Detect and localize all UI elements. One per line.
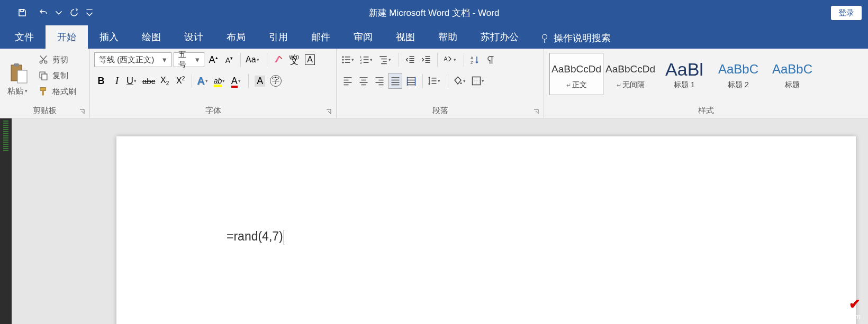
svg-text:3: 3 xyxy=(360,61,362,64)
subscript-button[interactable]: X2 xyxy=(158,73,171,89)
paste-button[interactable]: 粘贴▾ xyxy=(4,52,33,105)
font-name-combo[interactable]: 等线 (西文正文)▾ xyxy=(94,52,171,67)
phonetic-guide-button[interactable]: wén文 xyxy=(287,52,301,68)
redo-button[interactable] xyxy=(65,4,84,21)
font-group: 等线 (西文正文)▾ 五号▾ A▴ A▾ Aa▾ wén文 A B I U▾ a… xyxy=(90,49,337,118)
font-size-combo[interactable]: 五号▾ xyxy=(174,52,204,67)
svg-rect-11 xyxy=(42,91,44,96)
save-button[interactable] xyxy=(13,4,32,21)
format-painter-icon xyxy=(38,87,49,96)
font-group-label: 字体 xyxy=(90,105,336,118)
borders-button[interactable]: ▾ xyxy=(471,73,487,89)
cut-button[interactable]: 剪切 xyxy=(35,52,78,68)
clipboard-group: 粘贴▾ 剪切 复制 格式刷 剪贴板 xyxy=(0,49,90,118)
svg-text:A: A xyxy=(444,55,448,62)
tab-布局[interactable]: 布局 xyxy=(215,25,257,49)
login-button[interactable]: 登录 xyxy=(831,6,862,20)
style-标题[interactable]: AaBbC标题 xyxy=(765,53,819,95)
underline-button[interactable]: U▾ xyxy=(126,73,140,89)
window-title: 新建 Microsoft Word 文档 - Word xyxy=(369,7,500,19)
paragraph-group-label: 段落 xyxy=(337,105,544,118)
character-border-button[interactable]: A xyxy=(303,52,317,68)
undo-button[interactable] xyxy=(34,4,53,21)
tab-绘图[interactable]: 绘图 xyxy=(130,25,173,49)
font-launcher[interactable] xyxy=(326,108,333,116)
sort-button[interactable]: AZ xyxy=(468,52,482,68)
increase-indent-button[interactable] xyxy=(419,52,433,68)
text-effects-button[interactable]: A▾ xyxy=(196,73,211,89)
shrink-font-button[interactable]: A▾ xyxy=(222,52,236,68)
tab-设计[interactable]: 设计 xyxy=(173,25,215,49)
superscript-button[interactable]: X2 xyxy=(174,73,187,89)
quick-access-toolbar xyxy=(0,4,93,21)
paste-icon xyxy=(10,61,28,86)
italic-button[interactable]: I xyxy=(110,73,124,89)
svg-rect-10 xyxy=(40,88,46,91)
style-无间隔[interactable]: AaBbCcDd↵无间隔 xyxy=(603,53,657,95)
style-标题 1[interactable]: AaBl标题 1 xyxy=(657,53,711,95)
format-painter-button[interactable]: 格式刷 xyxy=(35,84,78,99)
checkmark-icon: ✔ xyxy=(849,296,861,312)
decrease-indent-button[interactable] xyxy=(403,52,417,68)
tab-审阅[interactable]: 审阅 xyxy=(342,25,384,49)
change-case-button[interactable]: Aa▾ xyxy=(245,52,263,68)
styles-group-label: 样式 xyxy=(544,105,868,118)
distributed-button[interactable] xyxy=(404,73,418,89)
document-page[interactable]: =rand(4,7) xyxy=(116,136,856,324)
tab-邮件[interactable]: 邮件 xyxy=(300,25,342,49)
text-direction-button[interactable]: A▾ xyxy=(442,52,459,68)
watermark: 经验啦✔ jingyanla.com xyxy=(812,296,861,321)
text-cursor xyxy=(284,230,284,245)
tab-苏打办公[interactable]: 苏打办公 xyxy=(469,25,530,49)
tab-引用[interactable]: 引用 xyxy=(257,25,300,49)
svg-rect-0 xyxy=(20,10,23,12)
character-shading-button[interactable]: A xyxy=(253,73,267,89)
document-area: =rand(4,7) xyxy=(0,118,868,324)
align-center-button[interactable] xyxy=(357,73,370,89)
tab-开始[interactable]: 开始 xyxy=(46,25,88,49)
tab-文件[interactable]: 文件 xyxy=(3,25,46,49)
justify-button[interactable] xyxy=(388,73,402,89)
qat-customize[interactable] xyxy=(86,4,93,21)
tell-me-label: 操作说明搜索 xyxy=(554,32,611,44)
shading-button[interactable]: ▾ xyxy=(453,73,469,89)
font-color-button[interactable]: A▾ xyxy=(230,73,244,89)
copy-icon xyxy=(38,71,49,80)
cut-icon xyxy=(38,55,49,64)
document-text[interactable]: =rand(4,7) xyxy=(227,229,284,245)
svg-text:A: A xyxy=(471,55,473,60)
svg-point-12 xyxy=(342,56,344,58)
paragraph-group: ▾ 123▾ ▾ A▾ AZ ▾ ▾ xyxy=(337,49,544,118)
align-right-button[interactable] xyxy=(373,73,386,89)
bold-button[interactable]: B xyxy=(94,73,108,89)
tab-帮助[interactable]: 帮助 xyxy=(427,25,469,49)
svg-text:Z: Z xyxy=(471,60,473,65)
bullets-button[interactable]: ▾ xyxy=(341,52,357,68)
svg-rect-5 xyxy=(17,70,27,83)
numbering-button[interactable]: 123▾ xyxy=(359,52,376,68)
tab-插入[interactable]: 插入 xyxy=(88,25,130,49)
style-正文[interactable]: AaBbCcDd↵正文 xyxy=(549,53,603,95)
undo-dropdown[interactable] xyxy=(55,4,62,21)
highlight-button[interactable]: ab▾ xyxy=(213,73,229,89)
svg-rect-9 xyxy=(42,74,47,80)
ribbon: 粘贴▾ 剪切 复制 格式刷 剪贴板 xyxy=(0,49,868,118)
tab-视图[interactable]: 视图 xyxy=(384,25,427,49)
svg-point-21 xyxy=(460,82,462,84)
grow-font-button[interactable]: A▴ xyxy=(206,52,220,68)
copy-button[interactable]: 复制 xyxy=(35,68,78,84)
enclose-characters-button[interactable]: 字 xyxy=(269,73,283,89)
line-spacing-button[interactable]: ▾ xyxy=(427,73,444,89)
multilevel-list-button[interactable]: ▾ xyxy=(378,52,394,68)
show-hide-marks-button[interactable] xyxy=(484,52,498,68)
paragraph-launcher[interactable] xyxy=(533,108,540,116)
vertical-ruler[interactable] xyxy=(0,118,12,324)
clear-formatting-button[interactable] xyxy=(272,52,285,68)
style-标题 2[interactable]: AaBbC标题 2 xyxy=(711,53,765,95)
strikethrough-button[interactable]: abc xyxy=(142,73,156,89)
clipboard-group-label: 剪贴板 xyxy=(0,105,89,118)
align-left-button[interactable] xyxy=(341,73,355,89)
clipboard-launcher[interactable] xyxy=(79,108,86,116)
styles-gallery: AaBbCcDd↵正文AaBbCcDd↵无间隔AaBl标题 1AaBbC标题 2… xyxy=(548,52,820,105)
tell-me-search[interactable]: 操作说明搜索 xyxy=(530,27,620,49)
